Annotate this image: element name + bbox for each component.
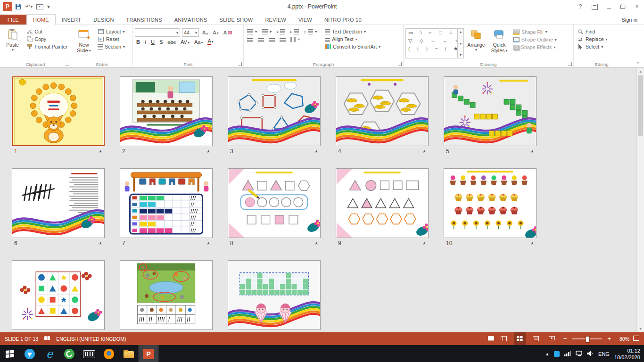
fit-slide-to-window-button[interactable] (633, 336, 639, 342)
reading-view-button[interactable] (530, 332, 542, 345)
animation-indicator-icon[interactable]: ★ (314, 149, 318, 154)
new-slide-button[interactable]: New Slide▾ (73, 26, 95, 61)
undo-button[interactable]: ↶ ▾ (25, 3, 33, 10)
text-direction-button[interactable]: Text Direction▾ (323, 28, 382, 35)
maximize-button[interactable] (616, 0, 630, 13)
animation-indicator-icon[interactable]: ★ (422, 241, 426, 246)
animation-indicator-icon[interactable]: ★ (314, 241, 318, 246)
quick-styles-button[interactable]: Quick Styles▾ (488, 26, 510, 61)
increase-indent-button[interactable]: ▸ (289, 29, 300, 35)
character-spacing-button[interactable]: AV▾ (179, 39, 191, 45)
close-button[interactable]: × (630, 0, 644, 13)
slide-2-cell[interactable]: 2★ (120, 76, 213, 155)
slide-9-thumbnail[interactable] (336, 168, 429, 238)
font-dialog-launcher[interactable] (238, 62, 242, 66)
slide-sorter-view-button[interactable] (514, 332, 526, 345)
notes-button[interactable] (488, 336, 494, 342)
language-indicator[interactable]: ENGLISH (UNITED KINGDOM) (56, 336, 126, 342)
zoom-in-button[interactable]: + (606, 335, 612, 342)
slide-2-thumbnail[interactable] (120, 76, 213, 146)
copy-button[interactable]: Copy (25, 36, 69, 42)
animation-indicator-icon[interactable]: ★ (422, 149, 426, 154)
tab-home[interactable]: HOME (26, 14, 56, 25)
slide-1-cell[interactable]: 1★ (12, 76, 105, 155)
slide-11-thumbnail[interactable] (12, 260, 105, 330)
collapse-ribbon-button[interactable]: ^ (637, 61, 639, 66)
slide-7-thumbnail[interactable] (120, 168, 213, 238)
tab-nitro-pro[interactable]: NITRO PRO 10 (318, 15, 368, 25)
tray-network-icon[interactable] (564, 351, 571, 357)
slide-5-cell[interactable]: 5★ (444, 76, 537, 155)
font-color-button[interactable]: A▾ (206, 38, 215, 46)
gallery-more-icon[interactable]: ▾ (460, 53, 462, 57)
slide-12-cell[interactable]: 12★ (120, 260, 213, 332)
tab-transitions[interactable]: TRANSITIONS (120, 15, 168, 25)
slide-12-thumbnail[interactable] (120, 260, 213, 330)
cut-button[interactable]: Cut (25, 28, 69, 35)
tray-expand-icon[interactable]: ▲ (545, 352, 549, 356)
slideshow-view-button[interactable] (546, 332, 558, 345)
slide-3-thumbnail[interactable] (228, 76, 321, 146)
find-button[interactable]: Find (576, 28, 609, 35)
zoom-slider-thumb[interactable] (586, 336, 590, 343)
numbering-button[interactable]: ▾ (260, 29, 273, 35)
spell-check-icon[interactable] (44, 336, 50, 342)
shapes-gallery-scroll[interactable]: ▴ ▾ ▾ (457, 29, 463, 58)
slide-13-thumbnail[interactable] (228, 260, 321, 330)
vertical-scrollbar[interactable]: ▴ ▾ (636, 68, 644, 332)
animation-indicator-icon[interactable]: ★ (99, 241, 102, 246)
clipboard-dialog-launcher[interactable] (66, 62, 69, 66)
slide-8-thumbnail[interactable] (228, 168, 321, 238)
gallery-up-icon[interactable]: ▴ (460, 30, 462, 34)
ribbon-display-options-button[interactable] (587, 0, 602, 13)
taskbar-file-explorer-icon[interactable] (119, 345, 139, 362)
shape-effects-button[interactable]: Shape Effects▾ (512, 44, 558, 50)
help-button[interactable]: ? (573, 0, 587, 13)
taskbar-telegram-icon[interactable] (20, 345, 40, 362)
grow-font-button[interactable]: A▴ (201, 29, 209, 36)
tray-app-icon[interactable] (554, 351, 560, 357)
slide-11-cell[interactable]: 11★ (12, 260, 105, 332)
animation-indicator-icon[interactable]: ★ (99, 149, 102, 154)
taskbar-powerpoint-icon[interactable]: P (139, 345, 158, 362)
taskbar-keyboard-icon[interactable] (79, 345, 99, 362)
layout-button[interactable]: Layout▾ (96, 28, 126, 35)
zoom-slider[interactable] (572, 338, 602, 339)
start-button[interactable] (0, 345, 20, 362)
line-spacing-button[interactable]: ↕▾ (302, 28, 318, 35)
minimize-button[interactable] (602, 0, 616, 13)
powerpoint-app-icon[interactable]: P (3, 2, 12, 11)
slide-1-thumbnail[interactable] (12, 76, 105, 146)
tray-display-icon[interactable] (576, 351, 582, 357)
slide-8-cell[interactable]: 8★ (228, 168, 321, 247)
drawing-dialog-launcher[interactable] (568, 62, 572, 66)
gallery-down-icon[interactable]: ▾ (460, 41, 462, 46)
slide-13-cell[interactable]: 13★ (228, 260, 321, 332)
slide-sorter-area[interactable]: 1★ (0, 68, 644, 332)
slide-6-cell[interactable]: 6★ (12, 168, 105, 247)
align-left-button[interactable] (246, 36, 255, 42)
tab-design[interactable]: DESIGN (87, 15, 120, 25)
slide-4-cell[interactable]: 4★ (336, 76, 429, 155)
tab-review[interactable]: REVIEW (259, 15, 292, 25)
slide-10-cell[interactable]: 10★ (444, 168, 537, 247)
bold-button[interactable]: B (135, 39, 141, 45)
scroll-up-icon[interactable]: ▴ (637, 68, 644, 75)
animation-indicator-icon[interactable]: ★ (206, 241, 210, 246)
taskbar-download-manager-icon[interactable] (59, 345, 79, 362)
bullets-button[interactable]: ▾ (246, 29, 258, 35)
animation-indicator-icon[interactable]: ★ (530, 149, 534, 154)
zoom-percentage[interactable]: 80% (616, 336, 629, 342)
slide-4-thumbnail[interactable] (336, 76, 429, 146)
sign-in-link[interactable]: Sign in (615, 17, 644, 25)
shrink-font-button[interactable]: A▾ (211, 29, 220, 36)
paragraph-dialog-launcher[interactable] (398, 62, 402, 66)
shape-fill-button[interactable]: Shape Fill▾ (512, 28, 558, 35)
slide-10-thumbnail[interactable] (444, 168, 537, 238)
animation-indicator-icon[interactable]: ★ (530, 241, 534, 246)
slide-9-cell[interactable]: 9★ (336, 168, 429, 247)
scrollbar-thumb[interactable] (638, 75, 643, 136)
change-case-button[interactable]: Aa▾ (193, 39, 204, 45)
slide-7-cell[interactable]: 7★ (120, 168, 213, 247)
tab-view[interactable]: VIEW (292, 15, 318, 25)
